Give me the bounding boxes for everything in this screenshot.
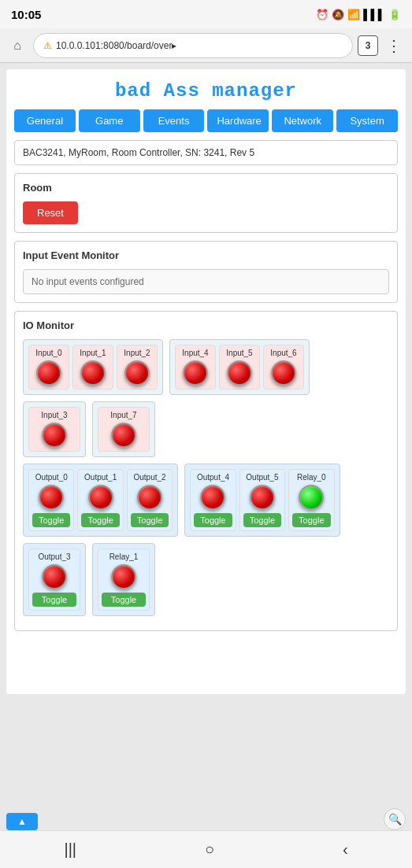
output4-led [200,485,225,510]
device-info-bar: BAC3241, MyRoom, Room Controller, SN: 32… [14,140,398,165]
nav-hardware-button[interactable]: Hardware [207,109,269,132]
browser-menu-button[interactable]: ⋮ [383,36,406,55]
wifi-icon: 📶 [347,9,360,20]
relay0-label: Relay_0 [297,473,326,482]
output0-label: Output_0 [35,473,68,482]
output2-toggle-button[interactable]: Toggle [131,513,169,527]
main-content: bad Ass manager General Game Events Hard… [6,69,406,694]
input3-led [42,423,67,448]
io-item-relay0: Relay_0 Toggle [288,469,334,531]
input2-label: Input_2 [124,349,150,357]
room-section: Room Reset [14,173,398,233]
output0-toggle-button[interactable]: Toggle [32,513,70,527]
io-item-input4: Input_4 [175,345,216,390]
output-group-1: Output_0 Toggle Output_1 Toggle Output_2… [23,464,178,537]
input0-led [36,360,61,386]
io-item-input6: Input_6 [263,345,304,390]
battery-icon: 🔋 [388,9,401,20]
browser-url-text: 10.0.0.101:8080/board/over▸ [56,40,176,51]
io-item-output2: Output_2 Toggle [127,469,173,531]
status-icons: ⏰ 🔕 📶 ▌▌▌ 🔋 [316,9,401,20]
io-item-output3: Output_3 Toggle [28,549,80,611]
nav-game-button[interactable]: Game [79,109,140,132]
input-group-2: Input_4 Input_5 Input_6 [169,339,310,395]
io-item-output1: Output_1 Toggle [77,469,123,531]
input-event-monitor-section: Input Event Monitor No input events conf… [14,241,398,303]
bottom-nav-bar: ||| ○ ‹ [0,830,412,868]
output-group-2-inner: Output_4 Toggle Output_5 Toggle Relay_0 … [190,469,334,531]
no-events-text: No input events configured [32,276,144,287]
io-monitor-section: IO Monitor Input_0 Input_1 Input_2 [14,311,398,631]
device-info-text: BAC3241, MyRoom, Room Controller, SN: 32… [23,147,254,158]
output4-toggle-button[interactable]: Toggle [194,513,232,527]
input0-label: Input_0 [35,349,61,357]
output3-led [42,564,67,589]
output-group-4: Relay_1 Toggle [92,543,155,616]
output3-toggle-button[interactable]: Toggle [32,593,76,607]
relay1-label: Relay_1 [109,552,139,561]
output2-label: Output_2 [133,473,165,482]
app-title: bad Ass manager [6,69,406,109]
status-bar: 10:05 ⏰ 🔕 📶 ▌▌▌ 🔋 [0,0,412,28]
io-item-input5: Input_5 [219,345,260,390]
output5-led [250,485,275,510]
browser-home-button[interactable]: ⌂ [6,35,28,57]
input1-led [80,360,106,386]
status-time: 10:05 [11,8,41,21]
search-bottom-icon[interactable]: 🔍 [384,808,406,830]
output1-led [88,485,113,510]
relay0-led [299,485,324,510]
alarm-icon: ⏰ [316,9,328,20]
io-item-output5: Output_5 Toggle [239,469,285,531]
input7-led [111,423,136,448]
relay1-led [111,564,136,589]
signal-icon: ▌▌▌ [363,9,385,20]
input-group-4: Input_7 [92,401,155,457]
io-item-output0: Output_0 Toggle [28,469,74,531]
nav-system-button[interactable]: System [336,109,398,132]
input-group-3: Input_3 [23,401,86,457]
bottom-nav-menu-button[interactable]: ||| [48,840,92,859]
input4-led [183,360,208,386]
nav-network-button[interactable]: Network [272,109,333,132]
input-row-1: Input_0 Input_1 Input_2 [23,339,389,395]
output1-toggle-button[interactable]: Toggle [81,513,119,527]
relay0-toggle-button[interactable]: Toggle [292,513,330,527]
security-warning-icon: ⚠ [43,40,52,51]
output3-label: Output_3 [38,552,70,561]
input5-led [227,360,252,386]
bottom-nav-back-button[interactable]: ‹ [327,840,364,859]
output5-toggle-button[interactable]: Toggle [243,513,281,527]
browser-tab-count[interactable]: 3 [358,35,378,56]
io-item-input7: Input_7 [98,407,150,452]
io-monitor-title: IO Monitor [23,319,389,331]
output4-label: Output_4 [197,473,229,482]
browser-url-bar[interactable]: ⚠ 10.0.0.101:8080/board/over▸ [33,33,353,58]
input5-label: Input_5 [226,349,252,357]
scroll-hint[interactable]: ▲ [6,813,38,830]
input3-label: Input_3 [41,411,67,419]
output-group-1-inner: Output_0 Toggle Output_1 Toggle Output_2… [28,469,173,531]
input-group-1: Input_0 Input_1 Input_2 [23,339,163,395]
reset-button[interactable]: Reset [23,201,78,224]
bottom-nav-home-button[interactable]: ○ [189,840,230,859]
output-group-2: Output_4 Toggle Output_5 Toggle Relay_0 … [184,464,340,537]
io-item-input3: Input_3 [28,407,80,452]
relay1-toggle-button[interactable]: Toggle [102,593,146,607]
silent-icon: 🔕 [332,9,344,20]
input6-led [271,360,296,386]
nav-general-button[interactable]: General [14,109,76,132]
room-section-title: Room [23,182,389,194]
io-item-input1: Input_1 [72,345,113,390]
input-group-1-inner: Input_0 Input_1 Input_2 [28,345,158,390]
output2-led [137,485,162,510]
output5-label: Output_5 [246,473,278,482]
input2-led [124,360,150,386]
io-item-input0: Input_0 [28,345,69,390]
io-item-input2: Input_2 [117,345,158,390]
nav-events-button[interactable]: Events [143,109,205,132]
output-row-2: Output_3 Toggle Relay_1 Toggle [23,543,389,616]
output-group-3: Output_3 Toggle [23,543,86,616]
input6-label: Input_6 [270,349,296,357]
input4-label: Input_4 [182,349,208,357]
